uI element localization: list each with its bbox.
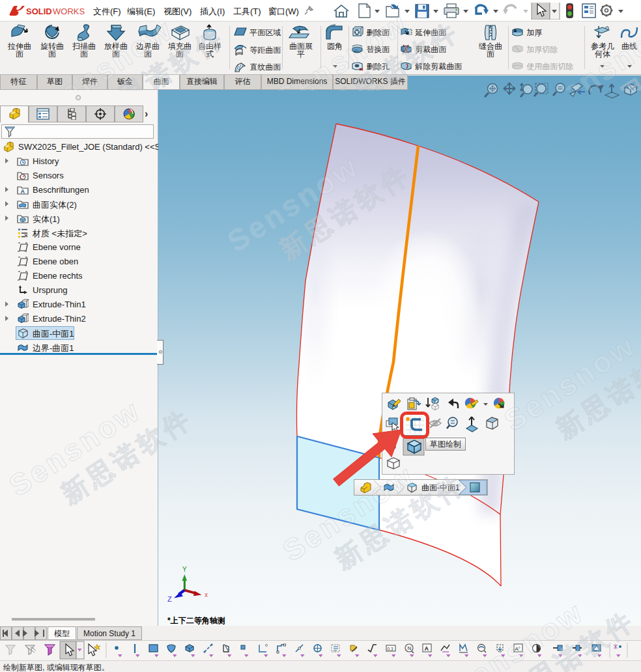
svg-text:A: A [21,188,25,195]
svg-text:A: A [425,645,429,652]
svg-text:A°: A° [515,646,521,652]
svg-text:0.3: 0.3 [388,647,393,651]
svg-text:Y: Y [182,566,187,573]
svg-text:N: N [408,645,412,651]
svg-text:Z: Z [167,595,172,603]
svg-text:x: x [205,591,208,598]
svg-text:曲面-中面1: 曲面-中面1 [421,483,460,492]
